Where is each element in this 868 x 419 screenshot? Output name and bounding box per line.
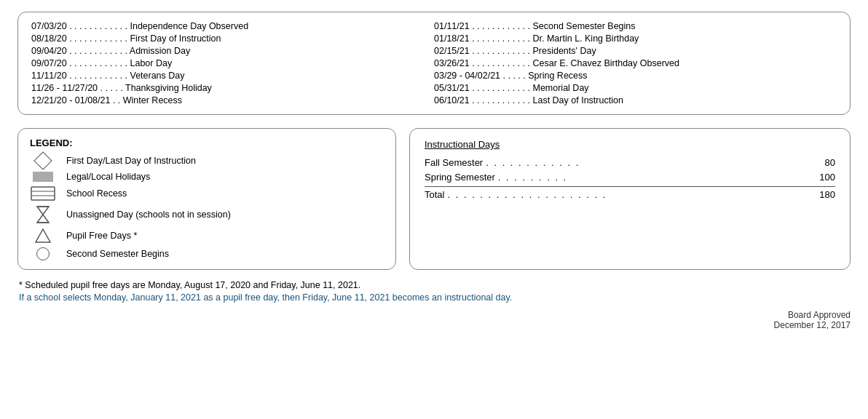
circle-icon [30, 247, 56, 260]
legend-item-label: First Day/Last Day of Instruction [66, 156, 196, 166]
bottom-row: LEGEND: First Day/Last Day of Instructio… [17, 128, 851, 270]
legend-item: School Recess [30, 186, 384, 201]
legend-item-label: Second Semester Begins [66, 249, 169, 259]
footnote-2: If a school selects Monday, January 11, … [17, 292, 851, 303]
school-recess-svg [31, 186, 55, 201]
dates-box: 07/03/20 . . . . . . . . . . . . Indepen… [17, 12, 851, 115]
hourglass-svg [36, 205, 50, 224]
instructional-days-rows: Fall Semester. . . . . . . . . . . .80Sp… [425, 157, 835, 200]
date-entry: 02/15/21 . . . . . . . . . . . . Preside… [434, 46, 837, 56]
svg-marker-7 [36, 229, 50, 242]
diamond-icon [30, 154, 56, 167]
date-entry: 11/26 - 11/27/20 . . . . . Thanksgiving … [31, 83, 434, 93]
inst-row-value: 80 [813, 157, 835, 168]
dates-right-col: 01/11/21 . . . . . . . . . . . . Second … [434, 21, 837, 105]
board-approved: Board Approved December 12, 2017 [17, 310, 851, 330]
inst-row-value: 100 [813, 172, 835, 183]
legend-item: Unassigned Day (schools not in session) [30, 205, 384, 224]
date-entry: 09/04/20 . . . . . . . . . . . . Admissi… [31, 46, 434, 56]
hourglass-icon [30, 205, 56, 224]
inst-row-dots: . . . . . . . . . [495, 172, 813, 183]
instructional-days-row: Total. . . . . . . . . . . . . . . . . .… [425, 186, 835, 200]
legend-item: Second Semester Begins [30, 247, 384, 260]
instructional-days-title: Instructional Days [425, 139, 835, 150]
date-entry: 08/18/20 . . . . . . . . . . . . First D… [31, 33, 434, 44]
instructional-days-row: Spring Semester. . . . . . . . .100 [425, 172, 835, 183]
inst-row-value: 180 [813, 189, 835, 200]
date-entry: 07/03/20 . . . . . . . . . . . . Indepen… [31, 21, 434, 31]
footnote-1: * Scheduled pupil free days are Monday, … [17, 280, 851, 290]
instructional-days-row: Fall Semester. . . . . . . . . . . .80 [425, 157, 835, 168]
inst-row-label: Fall Semester [425, 157, 483, 168]
legend-item-label: Pupil Free Days * [66, 231, 137, 241]
gray-rect-icon [30, 172, 56, 182]
date-entry: 06/10/21 . . . . . . . . . . . . Last Da… [434, 95, 837, 105]
legend-items: First Day/Last Day of InstructionLegal/L… [30, 154, 384, 260]
legend-item: First Day/Last Day of Instruction [30, 154, 384, 167]
inst-row-label: Spring Semester [425, 172, 495, 183]
legend-item-label: School Recess [66, 188, 127, 199]
date-entry: 09/07/20 . . . . . . . . . . . . Labor D… [31, 58, 434, 68]
dates-left-col: 07/03/20 . . . . . . . . . . . . Indepen… [31, 21, 434, 105]
triangle-svg [35, 228, 51, 243]
triangle-icon [30, 228, 56, 243]
board-approved-line1: Board Approved [17, 310, 851, 320]
date-entry: 03/26/21 . . . . . . . . . . . . Cesar E… [434, 58, 837, 68]
legend-item: Legal/Local Holidays [30, 172, 384, 182]
school-recess-icon [30, 186, 56, 201]
inst-row-label: Total [425, 189, 444, 200]
svg-rect-0 [31, 187, 55, 200]
instructional-days-box: Instructional Days Fall Semester. . . . … [409, 128, 851, 270]
date-entry: 11/11/20 . . . . . . . . . . . . Veteran… [31, 71, 434, 81]
legend-title: LEGEND: [30, 137, 384, 148]
legend-item-label: Legal/Local Holidays [66, 172, 150, 182]
date-entry: 01/11/21 . . . . . . . . . . . . Second … [434, 21, 837, 31]
svg-marker-3 [37, 207, 49, 215]
board-approved-line2: December 12, 2017 [17, 320, 851, 330]
legend-box: LEGEND: First Day/Last Day of Instructio… [17, 128, 396, 270]
date-entry: 03/29 - 04/02/21 . . . . . Spring Recess [434, 71, 837, 81]
date-entry: 05/31/21 . . . . . . . . . . . . Memoria… [434, 83, 837, 93]
inst-row-dots: . . . . . . . . . . . . . . . . . . . . [444, 189, 813, 200]
legend-item: Pupil Free Days * [30, 228, 384, 243]
inst-row-dots: . . . . . . . . . . . . [483, 157, 813, 168]
date-entry: 01/18/21 . . . . . . . . . . . . Dr. Mar… [434, 33, 837, 44]
date-entry: 12/21/20 - 01/08/21 . . Winter Recess [31, 95, 434, 105]
legend-item-label: Unassigned Day (schools not in session) [66, 210, 231, 220]
svg-marker-4 [37, 215, 49, 223]
